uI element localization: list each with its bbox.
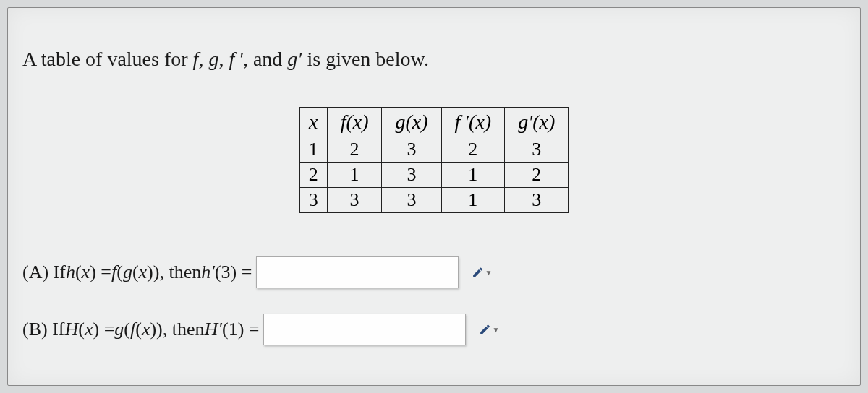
header-gx: g(x) xyxy=(382,108,441,137)
cell-x: 3 xyxy=(299,188,327,213)
qb-open2: ( xyxy=(124,319,130,340)
cell-fx: 1 xyxy=(327,163,382,188)
caret-down-icon: ▼ xyxy=(485,269,492,277)
intro-gprime: g′ xyxy=(287,48,302,70)
qb-open4: (1) = xyxy=(222,319,259,340)
values-table: x f(x) g(x) f ′(x) g′(x) 1 2 3 2 3 2 1 xyxy=(299,107,569,213)
answer-b-input[interactable] xyxy=(263,314,466,345)
qa-x2: x xyxy=(139,262,148,283)
qb-f: f xyxy=(130,319,135,340)
cell-gx: 3 xyxy=(382,137,441,163)
pencil-icon xyxy=(479,323,491,336)
qa-open3: ( xyxy=(132,262,139,283)
cell-gx: 3 xyxy=(382,163,441,188)
qa-x: x xyxy=(82,262,90,283)
cell-fpx: 1 xyxy=(441,163,505,188)
table-wrap: x f(x) g(x) f ′(x) g′(x) 1 2 3 2 3 2 1 xyxy=(22,107,846,213)
qa-open: ( xyxy=(75,262,82,283)
cell-gpx: 2 xyxy=(505,163,569,188)
qa-g: g xyxy=(123,262,132,283)
problem-page: A table of values for f, g, f ′, and g′ … xyxy=(7,7,861,386)
header-fx: f(x) xyxy=(327,108,382,137)
equation-editor-button[interactable]: ▼ xyxy=(479,319,499,340)
qb-close3: )) xyxy=(150,319,162,340)
table-row: 3 3 3 1 3 xyxy=(299,188,569,213)
qa-label: (A) If xyxy=(22,262,66,283)
qb-g: g xyxy=(114,319,124,340)
intro-sep1: , xyxy=(198,48,208,70)
qa-close: ) = xyxy=(90,262,111,283)
intro-suffix: is given below. xyxy=(302,48,429,70)
qa-hp: h′ xyxy=(201,262,215,283)
qb-x2: x xyxy=(142,319,150,340)
questions: (A) If h ( x ) = f ( g ( x )) , then h′ … xyxy=(22,256,846,345)
table-row: 2 1 3 1 2 xyxy=(299,163,569,188)
caret-down-icon: ▼ xyxy=(493,326,500,334)
intro-text: A table of values for f, g, f ′, and g′ … xyxy=(22,48,846,71)
cell-gx: 3 xyxy=(382,188,441,213)
cell-fpx: 2 xyxy=(441,137,505,163)
intro-sep3: , and xyxy=(243,48,287,70)
cell-fpx: 1 xyxy=(441,188,505,213)
qa-close3: )) xyxy=(147,262,159,283)
qb-open: ( xyxy=(78,319,85,340)
question-a-row: (A) If h ( x ) = f ( g ( x )) , then h′ … xyxy=(22,256,846,288)
header-x: x xyxy=(299,108,327,137)
qa-then: , then xyxy=(159,262,201,283)
cell-gpx: 3 xyxy=(505,137,569,163)
cell-gpx: 3 xyxy=(505,188,569,213)
table-header-row: x f(x) g(x) f ′(x) g′(x) xyxy=(299,108,569,137)
qb-Hp: H′ xyxy=(205,319,222,340)
qb-x: x xyxy=(85,319,93,340)
header-fpx: f ′(x) xyxy=(441,108,505,137)
table-row: 1 2 3 2 3 xyxy=(299,137,569,163)
qa-h: h xyxy=(66,262,75,283)
cell-x: 1 xyxy=(299,137,327,163)
qb-then: , then xyxy=(163,319,205,340)
intro-fprime: f ′ xyxy=(229,48,243,70)
qb-close: ) = xyxy=(93,319,114,340)
cell-fx: 3 xyxy=(327,188,382,213)
equation-editor-button[interactable]: ▼ xyxy=(472,262,492,282)
answer-a-input[interactable] xyxy=(256,256,459,288)
header-gpx: g′(x) xyxy=(505,108,569,137)
qa-open2: ( xyxy=(116,262,123,283)
qb-open3: ( xyxy=(135,319,142,340)
qa-f: f xyxy=(111,262,116,283)
pencil-icon xyxy=(472,266,484,279)
intro-sep2: , xyxy=(218,48,229,70)
intro-prefix: A table of values for xyxy=(22,48,193,70)
question-b-row: (B) If H ( x ) = g ( f ( x )) , then H′ … xyxy=(22,314,846,345)
intro-g: g xyxy=(208,48,218,70)
qa-open4: (3) = xyxy=(215,262,252,283)
qb-label: (B) If xyxy=(22,319,64,340)
cell-x: 2 xyxy=(299,163,327,188)
qb-H: H xyxy=(64,319,78,340)
cell-fx: 2 xyxy=(327,137,382,163)
